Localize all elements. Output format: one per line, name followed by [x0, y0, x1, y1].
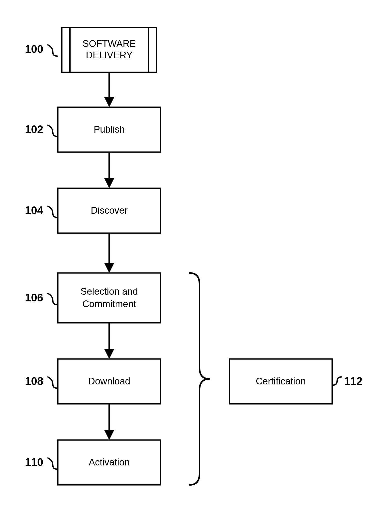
- brace-certification: [190, 273, 209, 485]
- svg-text:Publish: Publish: [94, 124, 125, 135]
- svg-marker-15: [104, 263, 114, 273]
- node-publish: Publish: [58, 107, 161, 152]
- title-line1: SOFTWARE: [83, 38, 136, 49]
- svg-text:100: 100: [25, 43, 43, 55]
- node-discover: Discover: [58, 188, 161, 233]
- svg-text:106: 106: [25, 291, 43, 304]
- node-download: Download: [58, 359, 161, 404]
- node-software-delivery: SOFTWARE DELIVERY: [62, 27, 157, 72]
- svg-text:112: 112: [344, 375, 362, 387]
- ref-112: 112: [333, 375, 362, 387]
- ref-104: 104: [25, 204, 57, 217]
- arrow-3: [104, 233, 114, 273]
- title-line2: DELIVERY: [86, 50, 132, 60]
- arrow-4: [104, 323, 114, 359]
- svg-marker-10: [104, 178, 114, 188]
- arrow-2: [104, 152, 114, 188]
- ref-100: 100: [25, 43, 57, 56]
- ref-110: 110: [25, 456, 57, 469]
- svg-text:Download: Download: [88, 376, 130, 386]
- arrow-1: [104, 72, 114, 107]
- svg-text:110: 110: [25, 456, 43, 468]
- svg-text:Commitment: Commitment: [82, 299, 136, 309]
- svg-rect-16: [58, 273, 161, 323]
- svg-text:104: 104: [25, 204, 43, 216]
- ref-108: 108: [25, 375, 57, 388]
- flowchart-canvas: SOFTWARE DELIVERY 100 Publish 102 Discov…: [0, 0, 392, 532]
- svg-text:Selection and: Selection and: [81, 286, 138, 297]
- svg-text:Certification: Certification: [256, 376, 306, 386]
- svg-marker-5: [104, 97, 114, 107]
- ref-102: 102: [25, 123, 57, 136]
- svg-text:Discover: Discover: [91, 205, 128, 216]
- svg-text:Activation: Activation: [89, 457, 130, 467]
- svg-marker-26: [104, 430, 114, 440]
- svg-text:108: 108: [25, 375, 43, 387]
- node-certification: Certification: [229, 359, 332, 404]
- arrow-5: [104, 404, 114, 440]
- node-activation: Activation: [58, 440, 161, 485]
- svg-marker-21: [104, 349, 114, 359]
- node-selection-commitment: Selection and Commitment: [58, 273, 161, 323]
- svg-text:102: 102: [25, 123, 43, 135]
- ref-106: 106: [25, 291, 57, 305]
